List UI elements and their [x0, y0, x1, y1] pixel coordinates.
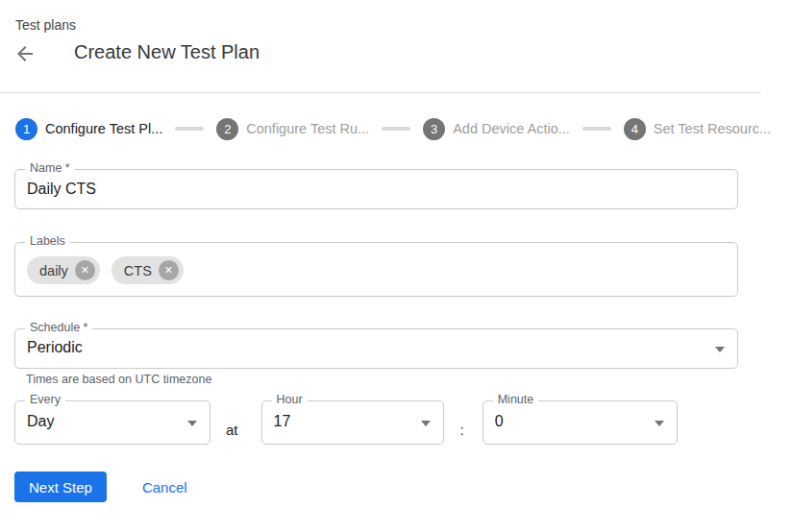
- name-input[interactable]: [15, 170, 737, 208]
- back-button[interactable]: [13, 40, 40, 67]
- stepper-step-configure-test-run[interactable]: 2 Configure Test Ru...: [216, 118, 369, 140]
- schedule-select[interactable]: Schedule * Periodic: [14, 328, 738, 369]
- header-divider: [0, 92, 761, 93]
- page-title: Create New Test Plan: [74, 41, 260, 63]
- labels-field-label: Labels: [25, 234, 70, 248]
- schedule-selected-value: Periodic: [15, 329, 737, 366]
- chip-text: CTS: [124, 263, 152, 278]
- periodic-time-row: Every Day at Hour 17 : Minute 0: [14, 400, 678, 445]
- arrow-back-icon: [13, 42, 40, 65]
- every-selected-value: Day: [15, 401, 210, 442]
- cancel-button[interactable]: Cancel: [142, 479, 187, 496]
- step-number-badge: 2: [216, 118, 238, 140]
- hour-selected-value: 17: [262, 401, 443, 442]
- create-test-plan-page: Test plans Create New Test Plan 1 Config…: [0, 0, 792, 532]
- chip-text: daily: [39, 263, 68, 278]
- timezone-helper-text: Times are based on UTC timezone: [26, 373, 211, 386]
- breadcrumb: Test plans: [15, 17, 76, 33]
- chevron-down-icon: [715, 347, 725, 352]
- label-chip-daily: daily ✕: [27, 256, 100, 284]
- chip-remove-icon[interactable]: ✕: [159, 260, 179, 280]
- minute-field-label: Minute: [493, 393, 539, 406]
- label-chip-cts: CTS ✕: [111, 256, 184, 284]
- next-step-button[interactable]: Next Step: [14, 472, 107, 502]
- stepper-connector: [382, 127, 410, 131]
- chevron-down-icon: [187, 421, 197, 426]
- stepper-connector: [582, 127, 611, 131]
- chevron-down-icon: [421, 421, 431, 426]
- stepper: 1 Configure Test Pl... 2 Configure Test …: [15, 117, 771, 140]
- step-label: Set Test Resourc...: [654, 121, 771, 136]
- form-actions: Next Step Cancel: [14, 472, 187, 502]
- minute-selected-value: 0: [483, 401, 677, 442]
- chip-row: daily ✕ CTS ✕: [15, 243, 737, 298]
- stepper-step-set-test-resources[interactable]: 4 Set Test Resourc...: [624, 118, 771, 140]
- minute-select[interactable]: Minute 0: [483, 400, 678, 445]
- stepper-connector: [175, 127, 204, 131]
- step-number-badge: 4: [624, 118, 646, 140]
- step-number-badge: 3: [423, 118, 445, 140]
- chevron-down-icon: [655, 421, 664, 426]
- colon-text: :: [460, 422, 464, 445]
- stepper-step-configure-test-plan[interactable]: 1 Configure Test Pl...: [15, 118, 162, 140]
- at-text: at: [226, 422, 238, 445]
- step-number-badge: 1: [15, 118, 37, 140]
- step-label: Add Device Actio...: [453, 121, 570, 136]
- name-field: Name *: [14, 169, 738, 209]
- hour-select[interactable]: Hour 17: [261, 400, 444, 445]
- labels-field[interactable]: Labels daily ✕ CTS ✕: [14, 242, 738, 297]
- hour-field-label: Hour: [272, 393, 308, 406]
- step-label: Configure Test Ru...: [246, 121, 369, 136]
- step-label: Configure Test Pl...: [45, 121, 162, 136]
- chip-remove-icon[interactable]: ✕: [75, 260, 95, 280]
- schedule-field-label: Schedule *: [25, 321, 92, 334]
- stepper-step-add-device-actions[interactable]: 3 Add Device Actio...: [423, 118, 570, 140]
- name-field-label: Name *: [25, 161, 75, 175]
- every-field-label: Every: [25, 393, 65, 406]
- every-select[interactable]: Every Day: [14, 400, 210, 445]
